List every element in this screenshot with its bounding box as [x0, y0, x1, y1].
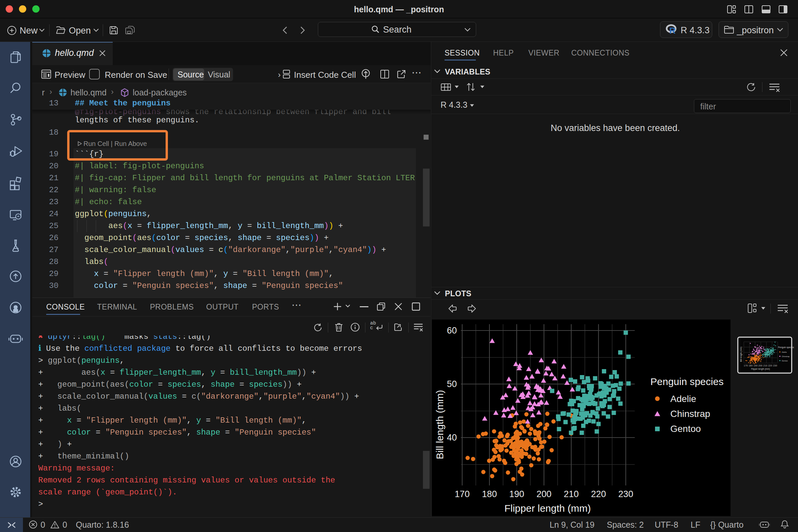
- svg-text:190: 190: [509, 489, 524, 499]
- svg-text:Chinstrap: Chinstrap: [782, 356, 790, 358]
- svg-text:Penguin species: Penguin species: [778, 346, 794, 349]
- svg-text:170: 170: [455, 489, 470, 499]
- svg-text:40: 40: [447, 433, 457, 442]
- svg-text:Adelie: Adelie: [782, 351, 787, 353]
- svg-text:230: 230: [618, 489, 633, 499]
- svg-text:Bill length (mm): Bill length (mm): [434, 390, 445, 459]
- svg-text:Flipper length (mm): Flipper length (mm): [751, 368, 770, 370]
- svg-text:Adelie: Adelie: [670, 394, 696, 404]
- svg-text:Chinstrap: Chinstrap: [670, 408, 710, 419]
- svg-text:Gentoo: Gentoo: [670, 424, 701, 434]
- svg-text:180: 180: [482, 489, 497, 499]
- svg-text:Penguin species: Penguin species: [650, 376, 723, 387]
- svg-text:Gentoo: Gentoo: [782, 360, 788, 362]
- svg-text:Bill length (mm): Bill length (mm): [740, 347, 742, 362]
- svg-text:200: 200: [536, 489, 551, 499]
- svg-text:220: 220: [591, 489, 606, 499]
- svg-text:210: 210: [564, 489, 578, 499]
- svg-text:60: 60: [447, 325, 457, 336]
- svg-text:Flipper length (mm): Flipper length (mm): [505, 503, 591, 514]
- svg-text:170 180 190 200 210 220 230: 170 180 190 200 210 220 230: [744, 364, 777, 367]
- svg-text:50: 50: [447, 379, 457, 389]
